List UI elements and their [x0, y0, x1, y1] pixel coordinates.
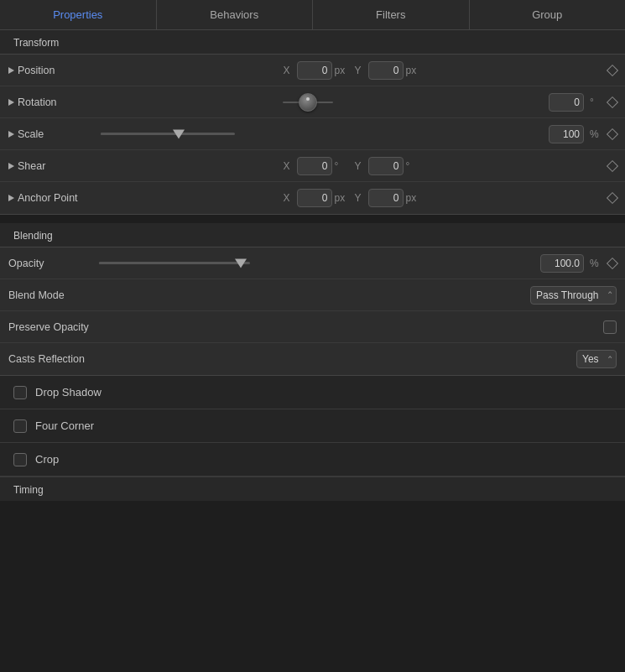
- casts-reflection-select-wrapper[interactable]: Yes: [576, 350, 617, 368]
- opacity-fill: [99, 262, 244, 264]
- crop-row[interactable]: Crop: [0, 443, 625, 477]
- crop-checkbox[interactable]: [13, 453, 27, 466]
- shear-xy: X ° Y °: [92, 157, 608, 175]
- position-x-label: X: [284, 65, 294, 76]
- preserve-opacity-label-text: Preserve Opacity: [8, 321, 89, 333]
- blend-mode-select-wrapper[interactable]: Pass Through: [530, 286, 617, 305]
- casts-reflection-select[interactable]: Yes: [576, 350, 617, 368]
- opacity-slider-area: [92, 262, 540, 264]
- opacity-track[interactable]: [99, 262, 250, 264]
- scale-thumb[interactable]: [173, 129, 185, 138]
- rotation-thumb[interactable]: [299, 93, 317, 112]
- anchor-xy: X px Y px: [92, 189, 608, 207]
- anchor-x-unit: px: [335, 192, 346, 204]
- scale-track[interactable]: [101, 133, 235, 135]
- scale-fill: [101, 133, 181, 135]
- opacity-row: Opacity %: [0, 247, 625, 279]
- scale-value-group: %: [549, 125, 602, 143]
- shear-y-input[interactable]: [368, 157, 404, 175]
- position-row: Position X px Y px: [0, 55, 625, 86]
- blend-mode-label-text: Blend Mode: [8, 289, 65, 301]
- scale-value-input[interactable]: [549, 125, 584, 143]
- blend-mode-row: Blend Mode Pass Through: [0, 279, 625, 311]
- rotation-knob[interactable]: [283, 91, 333, 113]
- tab-properties[interactable]: Properties: [0, 0, 157, 29]
- transform-section-label: Transform: [0, 30, 625, 54]
- rotation-unit: °: [590, 96, 602, 108]
- drop-shadow-row[interactable]: Drop Shadow: [0, 376, 625, 409]
- tab-group[interactable]: Group: [470, 0, 626, 29]
- shear-expand-icon[interactable]: [8, 163, 14, 169]
- blend-mode-select[interactable]: Pass Through: [530, 286, 617, 305]
- rotation-label[interactable]: Rotation: [8, 96, 92, 108]
- shear-y-label: Y: [355, 160, 365, 172]
- shear-y-unit: °: [406, 160, 418, 172]
- anchor-point-label[interactable]: Anchor Point: [8, 192, 92, 204]
- position-xy: X px Y px: [92, 61, 608, 80]
- opacity-value-input[interactable]: [540, 254, 584, 273]
- rotation-keyframe[interactable]: [607, 96, 618, 107]
- position-label-text: Position: [18, 65, 55, 76]
- opacity-keyframe[interactable]: [607, 257, 618, 268]
- blending-panel: Opacity % Blend Mode Pass Through Preser…: [0, 247, 625, 376]
- casts-reflection-label-text: Casts Reflection: [8, 353, 85, 365]
- position-x-unit: px: [335, 65, 346, 76]
- preserve-opacity-label: Preserve Opacity: [8, 321, 92, 333]
- anchor-x-input[interactable]: [297, 189, 332, 207]
- drop-shadow-label: Drop Shadow: [35, 386, 102, 399]
- position-y-input[interactable]: [368, 61, 404, 80]
- scale-expand-icon[interactable]: [8, 131, 14, 138]
- anchor-y-label: Y: [355, 192, 365, 204]
- rotation-label-text: Rotation: [18, 96, 57, 108]
- tab-behaviors[interactable]: Behaviors: [157, 0, 314, 29]
- rotation-value-input[interactable]: [549, 93, 584, 112]
- position-expand-icon[interactable]: [8, 67, 14, 74]
- opacity-unit: %: [590, 258, 602, 269]
- rotation-value-group: °: [549, 93, 602, 112]
- anchor-label-text: Anchor Point: [18, 192, 78, 204]
- transform-panel: Position X px Y px Rotation °: [0, 54, 625, 215]
- shear-row: Shear X ° Y °: [0, 150, 625, 182]
- anchor-x-label: X: [284, 192, 294, 204]
- shear-keyframe[interactable]: [607, 159, 618, 171]
- shear-label-text: Shear: [18, 160, 45, 172]
- shear-label[interactable]: Shear: [8, 160, 92, 172]
- shear-x-label: X: [284, 160, 294, 172]
- position-y-unit: px: [406, 65, 418, 76]
- four-corner-row[interactable]: Four Corner: [0, 409, 625, 443]
- opacity-thumb[interactable]: [235, 258, 247, 268]
- blend-mode-label: Blend Mode: [8, 289, 92, 301]
- shear-x-input[interactable]: [297, 157, 332, 175]
- scale-row: Scale %: [0, 118, 625, 150]
- scale-label-text: Scale: [18, 128, 44, 140]
- opacity-label-text: Opacity: [8, 258, 44, 269]
- preserve-opacity-row: Preserve Opacity: [0, 311, 625, 343]
- casts-reflection-label: Casts Reflection: [8, 353, 92, 365]
- position-x-input[interactable]: [297, 61, 332, 80]
- anchor-expand-icon[interactable]: [8, 195, 14, 201]
- rotation-dot: [306, 97, 310, 101]
- tab-bar: Properties Behaviors Filters Group: [0, 0, 625, 30]
- opacity-label: Opacity: [8, 258, 92, 269]
- anchor-y-input[interactable]: [368, 189, 404, 207]
- four-corner-label: Four Corner: [35, 419, 94, 432]
- four-corner-checkbox[interactable]: [13, 419, 27, 433]
- rotation-row: Rotation °: [0, 86, 625, 118]
- scale-label[interactable]: Scale: [8, 128, 92, 140]
- blending-section-label: Blending: [0, 223, 625, 247]
- rotation-expand-icon[interactable]: [8, 99, 14, 106]
- preserve-opacity-checkbox[interactable]: [603, 320, 617, 334]
- opacity-value-group: %: [540, 254, 602, 273]
- drop-shadow-checkbox[interactable]: [13, 386, 27, 399]
- scale-keyframe[interactable]: [607, 128, 618, 139]
- anchor-point-row: Anchor Point X px Y px: [0, 182, 625, 214]
- casts-reflection-row: Casts Reflection Yes: [0, 343, 625, 375]
- position-keyframe[interactable]: [607, 64, 618, 76]
- rotation-slider-area: [92, 91, 549, 113]
- anchor-y-unit: px: [406, 192, 418, 204]
- shear-x-unit: °: [335, 160, 346, 172]
- tab-filters[interactable]: Filters: [313, 0, 470, 29]
- anchor-keyframe[interactable]: [607, 192, 618, 204]
- crop-label: Crop: [35, 453, 59, 466]
- position-label[interactable]: Position: [8, 65, 92, 76]
